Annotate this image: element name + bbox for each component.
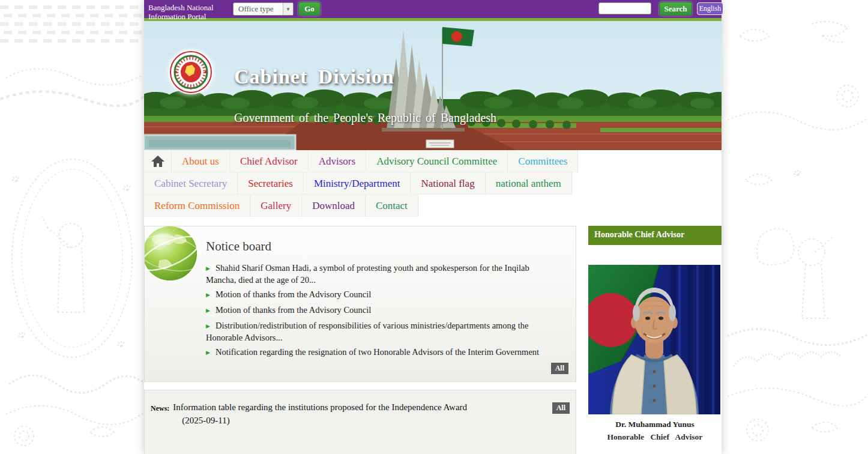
arrow-bullet-icon: ▶ bbox=[206, 323, 210, 329]
go-button[interactable]: Go bbox=[298, 2, 321, 16]
arrow-bullet-icon: ▶ bbox=[206, 307, 210, 313]
notice-all-button[interactable]: All bbox=[551, 363, 568, 374]
nav-item-home[interactable] bbox=[144, 150, 172, 172]
nav-item-chief-advisor[interactable]: Chief Advisor bbox=[230, 150, 309, 172]
office-type-selected-value: Office type bbox=[234, 4, 283, 14]
page-container: Bangladesh National Information Portal O… bbox=[144, 0, 722, 454]
main-content: Notice board ▶Shahid Sharif Osman Hadi, … bbox=[144, 217, 722, 454]
news-date: (2025-09-11) bbox=[173, 416, 533, 426]
nav-item-contact[interactable]: Contact bbox=[366, 195, 418, 217]
news-item[interactable]: Information table regarding the institut… bbox=[173, 402, 533, 426]
chief-advisor-name: Dr. Muhammad Yunus bbox=[588, 420, 722, 429]
nav-item-committees[interactable]: Committees bbox=[508, 150, 578, 172]
portal-link[interactable]: Bangladesh National Information Portal bbox=[148, 3, 220, 21]
nav-item-national-flag[interactable]: National flag bbox=[411, 172, 485, 195]
chief-advisor-photo bbox=[588, 265, 720, 414]
notice-item[interactable]: ▶Motion of thanks from the Advisory Coun… bbox=[206, 289, 553, 301]
arrow-bullet-icon: ▶ bbox=[206, 350, 210, 356]
government-emblem-logo[interactable] bbox=[169, 50, 213, 94]
home-icon bbox=[151, 155, 165, 168]
search-input[interactable] bbox=[598, 2, 651, 14]
globe-icon bbox=[144, 226, 200, 283]
news-text: Information table regarding the institut… bbox=[173, 402, 533, 413]
news-all-button[interactable]: All bbox=[552, 402, 570, 414]
right-background-art bbox=[722, 0, 868, 454]
office-type-select[interactable]: Office type ▼ bbox=[233, 2, 294, 16]
nav-item-advisors[interactable]: Advisors bbox=[309, 150, 366, 172]
arrow-bullet-icon: ▶ bbox=[206, 292, 210, 298]
nav-item-advisory-council-committee[interactable]: Advisory Council Committee bbox=[366, 150, 508, 172]
chevron-down-icon: ▼ bbox=[283, 3, 293, 15]
header-banner: Cabinet Division Government of the Peopl… bbox=[144, 21, 722, 150]
notice-item[interactable]: ▶Motion of thanks from the Advisory Coun… bbox=[206, 304, 553, 316]
notice-item[interactable]: ▶Distribution/redistribution of responsi… bbox=[206, 320, 553, 343]
search-button[interactable]: Search bbox=[659, 2, 692, 16]
language-toggle-english[interactable]: English bbox=[697, 2, 723, 15]
site-title[interactable]: Cabinet Division bbox=[234, 65, 394, 88]
chief-advisor-title: Honorable Chief Advisor bbox=[588, 432, 722, 442]
nav-item-national-anthem[interactable]: national anthem bbox=[486, 172, 572, 195]
news-label: News: bbox=[151, 402, 169, 413]
news-card: News: Information table regarding the in… bbox=[144, 390, 576, 454]
nav-row-3: Reform Commission Gallery Download Conta… bbox=[144, 195, 722, 217]
nav-item-secretaries[interactable]: Secretaries bbox=[238, 172, 304, 195]
monument-scene bbox=[144, 21, 722, 150]
main-navigation: About us Chief Advisor Advisors Advisory… bbox=[144, 150, 722, 217]
top-bar: Bangladesh National Information Portal O… bbox=[144, 0, 722, 18]
nav-item-download[interactable]: Download bbox=[302, 195, 366, 217]
notice-list: ▶Shahid Sharif Osman Hadi, a symbol of p… bbox=[206, 262, 553, 362]
sidebar-header: Honorable Chief Advisor bbox=[588, 226, 722, 245]
nav-item-about-us[interactable]: About us bbox=[172, 150, 230, 172]
nav-row-1: About us Chief Advisor Advisors Advisory… bbox=[144, 150, 722, 172]
nav-item-gallery[interactable]: Gallery bbox=[250, 195, 302, 217]
notice-item[interactable]: ▶Shahid Sharif Osman Hadi, a symbol of p… bbox=[206, 262, 553, 285]
nav-item-reform-commission[interactable]: Reform Commission bbox=[144, 195, 250, 217]
sidebar: Honorable Chief Advisor bbox=[588, 226, 722, 454]
nav-row-2: Cabinet Secretary Secretaries Ministry/D… bbox=[144, 172, 722, 195]
emblem-icon bbox=[169, 50, 213, 94]
notice-item[interactable]: ▶Notification regarding the resignation … bbox=[206, 347, 553, 359]
nav-item-ministry-department[interactable]: Ministry/Department bbox=[304, 172, 411, 195]
site-subtitle: Government of the People's Republic of B… bbox=[234, 111, 496, 125]
notice-board-card: Notice board ▶Shahid Sharif Osman Hadi, … bbox=[144, 226, 576, 382]
notice-board-title: Notice board bbox=[206, 239, 271, 254]
left-background-art bbox=[0, 0, 144, 454]
content-column: Notice board ▶Shahid Sharif Osman Hadi, … bbox=[144, 226, 576, 454]
arrow-bullet-icon: ▶ bbox=[206, 265, 210, 271]
nav-item-cabinet-secretary[interactable]: Cabinet Secretary bbox=[144, 172, 238, 195]
